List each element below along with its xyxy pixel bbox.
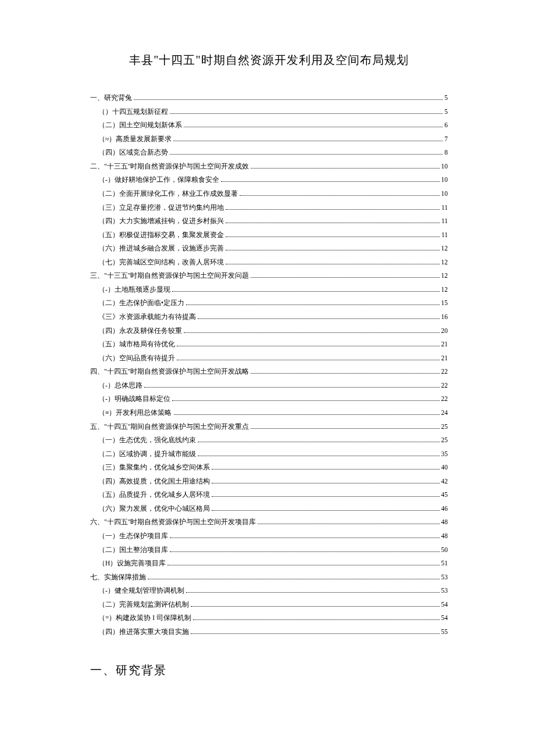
toc-entry: 四、"十四五''时期自然资源保护与国土空间开发战略22 [90,365,448,379]
toc-leader-dots [198,318,440,319]
toc-entry: （一）生态保护项目库48 [90,529,448,543]
toc-entry-page: 51 [441,557,448,571]
toc-entry-label: （五）积极促进指标交易，集聚发展资金 [98,228,224,242]
toc-entry-label: （四）大力实施增减挂钩，促进乡村振兴 [98,214,224,228]
toc-entry: （二）全面开展绿化工作，林业工作成效显著10 [90,187,448,201]
toc-entry-page: 22 [441,365,448,379]
toc-entry: （=）构建政策协 I 司保障机制54 [90,611,448,625]
toc-leader-dots [221,181,440,182]
toc-entry-page: 54 [441,598,448,612]
toc-leader-dots [251,428,439,429]
toc-entry-page: 10 [441,173,448,187]
toc-entry-page: 11 [441,228,448,242]
toc-leader-dots [167,565,439,565]
toc-entry: （二）区域协调，提升城市能级35 [90,447,448,461]
toc-entry-page: 40 [441,461,448,475]
toc-entry: （三）立足存量挖潜，促进节约集约用地11 [90,201,448,215]
toc-leader-dots [212,510,440,511]
toc-leader-dots [174,414,440,415]
toc-entry-label: （二）完善规划监测评估机制 [98,598,189,612]
toc-entry: （六）推进城乡融合发展，设施逐步完善12 [90,242,448,256]
toc-entry-page: 12 [441,256,448,270]
toc-entry-page: 12 [441,242,448,256]
toc-entry-label: 《三》水资源承载能力有待提高 [98,310,196,324]
toc-entry-label: （-）总体思路 [98,379,142,393]
toc-leader-dots [240,195,440,196]
toc-entry-page: 50 [441,543,448,557]
toc-entry-label: 四、"十四五''时期自然资源保护与国土空间开发战略 [90,365,249,379]
toc-leader-dots [226,237,440,237]
toc-entry-page: 35 [441,447,448,461]
toc-entry-page: 12 [441,283,448,297]
toc-entry: （七）完善城区空间结构，改善人居环境12 [90,256,448,270]
toc-entry: （三）集聚集约，优化城乡空间体系40 [90,461,448,475]
toc-entry-label: （≡）开发利用总体策略 [98,406,172,420]
toc-leader-dots [170,154,443,155]
toc-entry-page: 25 [441,433,448,447]
toc-leader-dots [258,524,439,524]
toc-entry-label: （五）品质提升，优化城乡人居环境 [98,488,210,502]
toc-entry-page: 5 [444,105,448,119]
table-of-contents: 一、研究背兔5（）十四五规划新征程5（二）国土空间规划新体系6（≈）高质量发展新… [90,91,448,639]
toc-entry: 一、研究背兔5 [90,91,448,105]
toc-entry-label: 一、研究背兔 [90,91,132,105]
toc-entry-label: （H）设施完善项目库 [98,557,166,571]
toc-entry: （H）设施完善项目库51 [90,557,448,571]
toc-leader-dots [251,168,439,169]
toc-entry: （四）永农及耕保任务较重20 [90,324,448,338]
toc-entry-label: （六）空间品质有待提升 [98,352,175,366]
toc-leader-dots [251,277,439,278]
toc-entry: （五）品质提升，优化城乡人居环境45 [90,488,448,502]
toc-entry-label: 二、"十三五"时期自然资源保护与国土空间开发成效 [90,160,249,174]
toc-entry-label: （二）全面开展绿化工作，林业工作成效显著 [98,187,238,201]
toc-entry: （二）国土整治项目库50 [90,543,448,557]
toc-entry-page: 12 [441,269,448,283]
toc-entry: （一）生态优先，强化底线约束25 [90,433,448,447]
toc-entry-page: 6 [444,119,448,132]
toc-entry-page: 48 [441,515,448,529]
toc-leader-dots [172,291,440,292]
toc-entry-label: （六）推进城乡融合发展，设施逐步完善 [98,242,224,256]
toc-leader-dots [134,99,443,100]
toc-entry: （-）总体思路22 [90,379,448,393]
toc-leader-dots [198,456,440,456]
toc-leader-dots [226,209,440,210]
toc-entry-label: （-）明确战略目标定位 [98,392,170,406]
toc-entry-label: （四）推进落实重大项目实施 [98,625,189,639]
toc-entry: （六）空间品质有待提升21 [90,352,448,366]
toc-entry: （）十四五规划新征程5 [90,105,448,119]
toc-entry-page: 53 [441,571,448,585]
toc-entry: 三、"十三五"时期自然资源保护与国土空间开发问题12 [90,269,448,283]
toc-entry: （-）做好耕地保护工作，保障粮食安全10 [90,173,448,187]
toc-entry-page: 22 [441,379,448,393]
toc-entry-label: （二）生态保护面临•定压力 [98,296,184,310]
toc-leader-dots [212,483,440,483]
toc-entry: 《三》水资源承载能力有待提高16 [90,310,448,324]
toc-leader-dots [212,496,440,497]
toc-entry-page: 48 [441,529,448,543]
toc-entry-label: （五）城市格局有待优化 [98,338,175,352]
toc-entry-label: （四）高效提质，优化国土用途结构 [98,475,210,489]
toc-leader-dots [212,469,440,470]
toc-entry-label: 六、"十四五"时期自然资源保护与国土空间开发项目库 [90,515,256,529]
toc-entry: （六）聚力发展，优化中心城区格局46 [90,502,448,516]
toc-entry-label: （-）健全规划管理协调机制 [98,584,184,598]
toc-entry: （-）土地瓶颈逐步显现12 [90,283,448,297]
toc-entry-label: （）十四五规划新征程 [98,105,168,119]
toc-entry-page: 55 [441,625,448,639]
toc-entry-page: 11 [441,214,448,228]
toc-entry: 五、"十四五"期间自然资源保护与国土空间开发重点25 [90,420,448,434]
toc-entry-label: （三）立足存量挖潜，促进节约集约用地 [98,201,224,215]
toc-entry-page: 46 [441,502,448,516]
toc-leader-dots [170,551,440,552]
toc-leader-dots [226,223,440,223]
toc-entry-label: （二）区域协调，提升城市能级 [98,447,196,461]
toc-entry-label: （二）国土空间规划新体系 [98,119,182,132]
toc-entry: （二）国土空间规划新体系6 [90,119,448,132]
toc-entry-page: 8 [444,146,448,160]
document-title: 丰县"十四五"时期自然资源开发利用及空间布局规划 [90,52,448,68]
toc-leader-dots [226,264,440,264]
toc-entry-page: 11 [441,201,448,215]
toc-entry-page: 10 [441,187,448,201]
toc-entry-label: 七、实施保障措施 [90,571,146,585]
